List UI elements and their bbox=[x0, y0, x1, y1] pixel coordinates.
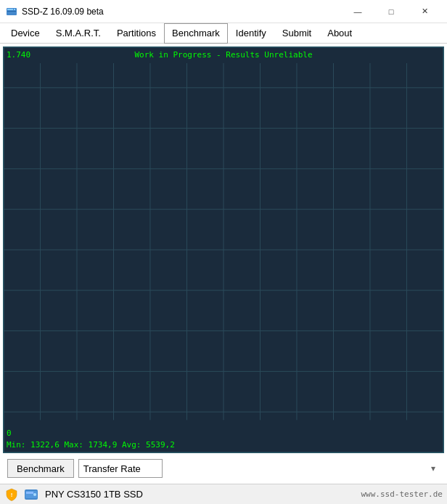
menu-about[interactable]: About bbox=[319, 23, 360, 44]
chart-max-value: 1.740 bbox=[7, 50, 30, 60]
maximize-button[interactable]: □ bbox=[374, 0, 408, 23]
toolbar: Benchmark Transfer Rate Random Read Rand… bbox=[3, 456, 444, 481]
chart-title: Work in Progress - Results Unreliable bbox=[134, 50, 312, 60]
chart-area: 1.740 Work in Progress - Results Unrelia… bbox=[3, 46, 444, 453]
menu-partitions[interactable]: Partitions bbox=[109, 23, 164, 44]
website-label: www.ssd-tester.de bbox=[361, 489, 443, 499]
chart-min-value: 0 bbox=[7, 428, 12, 438]
chart-svg bbox=[4, 47, 443, 452]
close-button[interactable]: ✕ bbox=[408, 0, 441, 23]
menu-submit[interactable]: Submit bbox=[274, 23, 319, 44]
svg-text:!: ! bbox=[11, 492, 13, 498]
app-icon bbox=[6, 6, 17, 17]
chart-stats: Min: 1322,6 Max: 1734,9 Avg: 5539,2 bbox=[7, 440, 175, 450]
menu-benchmark[interactable]: Benchmark bbox=[164, 23, 228, 44]
window-controls: — □ ✕ bbox=[341, 0, 441, 23]
transfer-rate-dropdown-wrapper: Transfer Rate Random Read Random Write bbox=[78, 459, 440, 478]
minimize-button[interactable]: — bbox=[341, 0, 374, 23]
menubar: Device S.M.A.R.T. Partitions Benchmark I… bbox=[0, 23, 447, 44]
svg-rect-28 bbox=[26, 492, 33, 494]
titlebar: SSD-Z 16.09.09 beta — □ ✕ bbox=[0, 0, 447, 23]
svg-rect-1 bbox=[7, 9, 13, 10]
svg-rect-2 bbox=[14, 9, 15, 10]
menu-identify[interactable]: Identify bbox=[228, 23, 274, 44]
main-content: 1.740 Work in Progress - Results Unrelia… bbox=[0, 44, 447, 504]
menu-smart[interactable]: S.M.A.R.T. bbox=[48, 23, 109, 44]
menu-device[interactable]: Device bbox=[3, 23, 48, 44]
drive-icon bbox=[25, 489, 38, 500]
window-title: SSD-Z 16.09.09 beta bbox=[22, 7, 341, 17]
benchmark-button[interactable]: Benchmark bbox=[7, 459, 74, 478]
transfer-rate-dropdown[interactable]: Transfer Rate Random Read Random Write bbox=[78, 459, 163, 478]
statusbar: ! PNY CS3150 1TB SSD www.ssd-tester.de bbox=[0, 484, 447, 504]
shield-icon: ! bbox=[4, 487, 19, 502]
device-name: PNY CS3150 1TB SSD bbox=[45, 489, 355, 500]
svg-point-29 bbox=[33, 493, 36, 496]
svg-rect-3 bbox=[7, 11, 16, 12]
